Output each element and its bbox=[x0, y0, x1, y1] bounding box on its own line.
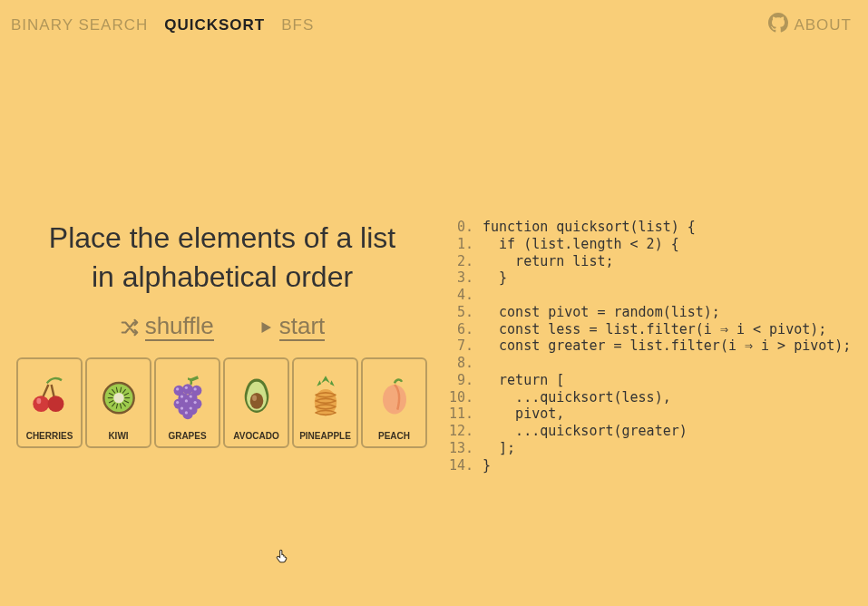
code-panel: 0.function quicksort(list) {1. if (list.… bbox=[435, 219, 851, 474]
code-line: 7. const greater = list.filter(i ⇒ i > p… bbox=[446, 337, 851, 355]
svg-point-37 bbox=[180, 407, 182, 410]
svg-point-21 bbox=[176, 388, 179, 391]
code-line: 12. ...quicksort(greater) bbox=[446, 423, 851, 440]
code-line: 4. bbox=[446, 287, 851, 304]
card-grapes[interactable]: GRAPES bbox=[154, 357, 220, 448]
code-line: 0.function quicksort(list) { bbox=[446, 219, 851, 236]
svg-point-29 bbox=[189, 396, 191, 398]
svg-point-2 bbox=[36, 398, 41, 405]
about-link[interactable]: ABOUT bbox=[768, 13, 852, 37]
card-peach[interactable]: PEACH bbox=[361, 357, 427, 448]
line-number: 13. bbox=[446, 440, 473, 457]
github-icon bbox=[768, 13, 794, 37]
svg-point-41 bbox=[184, 412, 187, 415]
shuffle-button[interactable]: shuffle bbox=[120, 313, 214, 341]
line-number: 5. bbox=[446, 304, 473, 321]
code-line: 14.} bbox=[446, 457, 851, 474]
line-number: 7. bbox=[446, 337, 473, 355]
code-line: 13. ]; bbox=[446, 440, 851, 457]
code-line: 11. pivot, bbox=[446, 406, 851, 423]
line-number: 12. bbox=[446, 423, 473, 440]
kiwi-icon bbox=[89, 363, 148, 431]
avocado-icon bbox=[227, 363, 286, 431]
card-list: CHERRIESKIWIGRAPESAVOCADOPINEAPPLEPEACH bbox=[9, 357, 435, 448]
card-label: GRAPES bbox=[168, 431, 206, 441]
svg-point-39 bbox=[189, 407, 191, 410]
svg-point-35 bbox=[193, 401, 196, 404]
svg-point-43 bbox=[252, 396, 257, 402]
line-number: 10. bbox=[446, 389, 473, 406]
card-label: AVOCADO bbox=[233, 431, 278, 441]
cherries-icon bbox=[20, 363, 79, 431]
line-number: 8. bbox=[446, 355, 473, 372]
code-line: 10. ...quicksort(less), bbox=[446, 389, 851, 406]
card-pineapple[interactable]: PINEAPPLE bbox=[292, 357, 358, 448]
nav-bar: BINARY SEARCH QUICKSORT BFS ABOUT bbox=[0, 0, 868, 37]
svg-point-25 bbox=[193, 388, 196, 391]
grapes-icon bbox=[158, 363, 217, 431]
code-line: 3. } bbox=[446, 269, 851, 287]
line-number: 0. bbox=[446, 219, 473, 236]
line-number: 6. bbox=[446, 321, 473, 338]
card-avocado[interactable]: AVOCADO bbox=[223, 357, 289, 448]
svg-point-0 bbox=[33, 396, 49, 413]
start-label: start bbox=[279, 313, 326, 341]
card-label: KIWI bbox=[108, 431, 128, 441]
code-line: 6. const less = list.filter(i ⇒ i < pivo… bbox=[446, 321, 851, 338]
svg-point-23 bbox=[184, 386, 187, 389]
start-button[interactable]: start bbox=[258, 313, 326, 341]
svg-point-31 bbox=[176, 401, 179, 404]
shuffle-icon bbox=[120, 318, 140, 337]
code-line: 5. const pivot = random(list); bbox=[446, 304, 851, 321]
peach-icon bbox=[365, 363, 424, 431]
line-number: 11. bbox=[446, 406, 473, 423]
code-line: 8. bbox=[446, 355, 851, 372]
svg-point-27 bbox=[180, 396, 182, 398]
line-number: 1. bbox=[446, 236, 473, 253]
line-number: 4. bbox=[446, 287, 473, 304]
code-line: 2. return list; bbox=[446, 253, 851, 270]
svg-point-40 bbox=[182, 409, 192, 419]
code-line: 9. return [ bbox=[446, 372, 851, 389]
card-label: PEACH bbox=[378, 431, 410, 441]
tab-bfs[interactable]: BFS bbox=[281, 16, 314, 34]
svg-point-42 bbox=[249, 393, 263, 409]
line-number: 3. bbox=[446, 269, 473, 287]
line-number: 14. bbox=[446, 457, 473, 474]
shuffle-label: shuffle bbox=[145, 313, 214, 341]
svg-point-33 bbox=[184, 400, 187, 403]
play-icon bbox=[258, 318, 274, 337]
svg-point-5 bbox=[113, 393, 123, 403]
pineapple-icon bbox=[296, 363, 355, 431]
svg-point-1 bbox=[47, 396, 63, 413]
line-number: 9. bbox=[446, 372, 473, 389]
card-label: CHERRIES bbox=[26, 431, 73, 441]
svg-point-22 bbox=[182, 385, 192, 395]
code-line: 1. if (list.length < 2) { bbox=[446, 236, 851, 253]
page-title: Place the elements of a listin alphabeti… bbox=[27, 219, 417, 297]
card-label: PINEAPPLE bbox=[299, 431, 351, 441]
about-label: ABOUT bbox=[794, 16, 852, 34]
line-number: 2. bbox=[446, 253, 473, 270]
tab-quicksort[interactable]: QUICKSORT bbox=[164, 16, 265, 34]
tab-binary-search[interactable]: BINARY SEARCH bbox=[11, 16, 148, 34]
pointer-cursor-icon bbox=[275, 547, 291, 569]
card-kiwi[interactable]: KIWI bbox=[85, 357, 151, 448]
card-cherries[interactable]: CHERRIES bbox=[16, 357, 83, 448]
